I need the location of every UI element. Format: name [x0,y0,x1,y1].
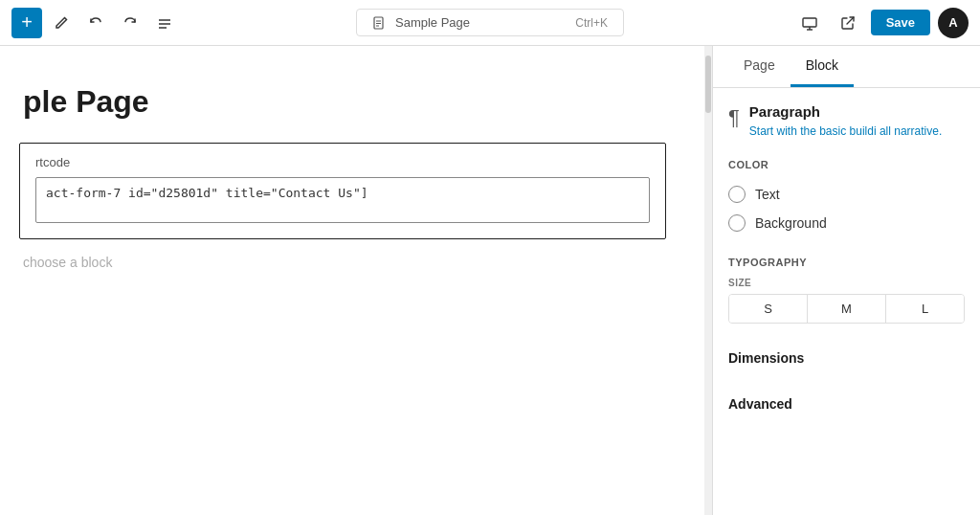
svg-rect-7 [803,18,816,27]
size-buttons: S M L [728,294,965,324]
document-icon [372,16,386,30]
dimensions-title: Dimensions [728,350,804,366]
sidebar-tabs: Page Block [713,46,980,88]
redo-button[interactable] [115,8,145,38]
color-text-label: Text [755,187,780,202]
size-small-button[interactable]: S [729,295,808,323]
tab-page[interactable]: Page [728,46,791,87]
dimensions-header[interactable]: Dimensions [728,343,965,373]
user-avatar-button[interactable]: A [938,8,969,38]
advanced-header[interactable]: Advanced [728,389,965,419]
page-heading: ple Page [23,84,666,120]
tab-block[interactable]: Block [791,46,854,87]
add-block-button[interactable]: + [11,8,42,38]
editor-scrollbar[interactable] [704,46,712,515]
page-title: Sample Page [395,15,470,30]
editor-area: ple Page rtcode act-form-7 id="d25801d" … [0,46,704,515]
advanced-title: Advanced [728,396,792,412]
paragraph-icon: ¶ [728,105,740,130]
typography-section: Typography SIZE S M L [728,257,965,324]
color-section-label: Color [728,159,965,170]
add-block-hint[interactable]: choose a block [23,255,666,270]
list-icon [157,15,172,31]
sidebar-content: ¶ Paragraph Start with the basic buildi … [713,88,980,515]
keyboard-shortcut: Ctrl+K [575,16,608,30]
color-text-option[interactable]: Text [728,180,965,209]
size-label: SIZE [728,278,965,288]
typography-section-label: Typography [728,257,965,268]
color-background-circle [728,214,746,232]
advanced-section: Advanced [728,389,965,419]
shortcode-label: rtcode [35,155,650,169]
monitor-icon [802,15,817,31]
toolbar-center: Sample Page Ctrl+K [356,9,624,36]
color-text-circle [728,186,746,203]
preview-button[interactable] [794,8,825,38]
color-bg-circle-inner [732,218,742,228]
sidebar: Page Block ¶ Paragraph Start with the ba… [712,46,980,515]
dimensions-section: Dimensions [728,343,965,373]
save-button[interactable]: Save [871,10,930,35]
external-link-icon [840,15,856,31]
size-medium-button[interactable]: M [808,295,886,323]
undo-icon [88,15,103,31]
shortcode-input[interactable]: act-form-7 id="d25801d" title="Contact U… [35,177,650,223]
toolbar: + [0,0,980,46]
color-section: Color Text Background [728,159,965,237]
toolbar-left: + [11,8,180,38]
list-view-button[interactable] [149,8,180,38]
page-title-bar[interactable]: Sample Page Ctrl+K [356,9,624,36]
size-large-button[interactable]: L [886,295,964,323]
svg-line-10 [847,17,854,24]
redo-icon [122,15,138,31]
pencil-icon [54,15,69,31]
toolbar-right: Save A [794,8,969,38]
block-name: Paragraph [749,103,942,120]
undo-button[interactable] [80,8,111,38]
block-info: ¶ Paragraph Start with the basic buildi … [728,103,965,140]
main-area: ple Page rtcode act-form-7 id="d25801d" … [0,46,980,515]
edit-tool-button[interactable] [46,8,77,38]
block-desc: Start with the basic buildi all narrativ… [749,123,942,140]
color-background-option[interactable]: Background [728,209,965,237]
color-circle-inner [732,190,742,199]
color-background-label: Background [755,215,827,231]
editor-scrollbar-thumb [705,56,711,113]
view-page-button[interactable] [833,8,863,38]
shortcode-block: rtcode act-form-7 id="d25801d" title="Co… [19,143,666,239]
